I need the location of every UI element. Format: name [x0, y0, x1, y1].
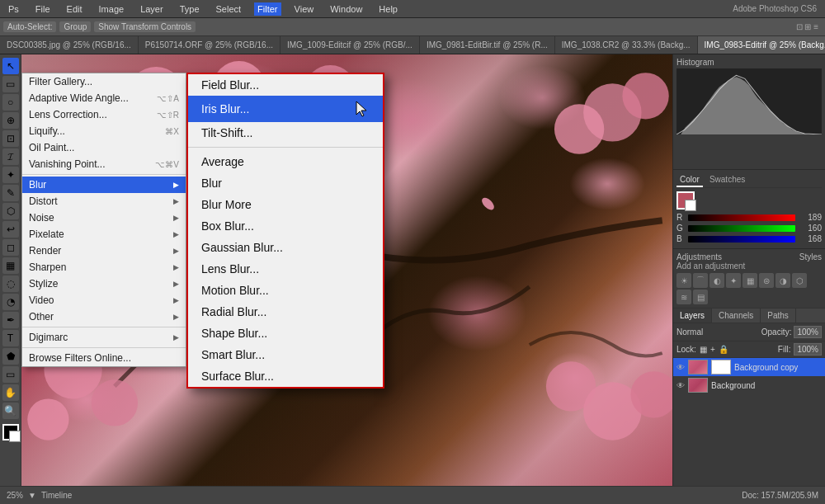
hsl-adj-icon[interactable]: ▦ [742, 273, 757, 288]
menu-type[interactable]: Type [177, 2, 203, 16]
pen-tool[interactable]: ✒ [2, 312, 19, 328]
curves-adj-icon[interactable]: ⌒ [693, 273, 708, 288]
blur-more-item[interactable]: Blur More [188, 194, 383, 215]
iris-blur-item[interactable]: Iris Blur... [188, 96, 383, 122]
sharpen-item[interactable]: Sharpen [22, 259, 186, 276]
menu-view[interactable]: View [291, 2, 318, 16]
oil-paint-item[interactable]: Oil Paint... [22, 139, 186, 156]
lens-blur-item[interactable]: Lens Blur... [188, 258, 383, 280]
blur-tool[interactable]: ◌ [2, 276, 19, 292]
layer-0-eye-icon[interactable]: 👁 [676, 363, 685, 372]
radial-blur-item[interactable]: Radial Blur... [188, 301, 383, 323]
blur-item[interactable]: Blur [188, 172, 383, 194]
shape-tool[interactable]: ▭ [2, 366, 19, 383]
eyedropper-tool[interactable]: 𝓘 [2, 148, 19, 165]
lock-all-icon[interactable]: 🔒 [719, 345, 728, 354]
surface-blur-item[interactable]: Surface Blur... [188, 365, 383, 387]
tab-3[interactable]: IMG_0981-EditBir.tif @ 25% (R... [420, 36, 555, 54]
stamp-tool[interactable]: ⬡ [2, 203, 19, 219]
channelmixer-adj-icon[interactable]: ≋ [676, 290, 691, 304]
shape-blur-item[interactable]: Shape Blur... [188, 323, 383, 344]
menu-ps[interactable]: Ps [5, 2, 22, 16]
brightness-adj-icon[interactable]: ☀ [676, 273, 691, 288]
layers-tab-layers[interactable]: Layers [673, 309, 712, 323]
show-transform-controls[interactable]: Show Transform Controls [94, 21, 196, 32]
text-tool[interactable]: T [2, 330, 19, 346]
layers-tab-channels[interactable]: Channels [712, 309, 761, 323]
layer-item-1[interactable]: 👁 Background [673, 376, 825, 394]
blackwhite-adj-icon[interactable]: ◑ [776, 273, 790, 288]
zoom-tool[interactable]: 🔍 [2, 403, 19, 419]
eraser-tool[interactable]: ◻ [2, 239, 19, 256]
tab-0[interactable]: DSC00385.jpg @ 25% (RGB/16... [0, 36, 139, 54]
brush-tool[interactable]: ✎ [2, 185, 19, 201]
filter-submenu[interactable]: Filter Gallery... Adaptive Wide Angle...… [21, 73, 186, 367]
menu-file[interactable]: File [32, 2, 54, 16]
opacity-value[interactable]: 100% [794, 326, 822, 338]
lock-position-icon[interactable]: + [710, 345, 715, 354]
gradient-tool[interactable]: ▦ [2, 257, 19, 274]
layer-item-0[interactable]: 👁 Background copy [673, 358, 825, 376]
other-item[interactable]: Other [22, 309, 186, 325]
liquify-item[interactable]: Liquify... ⌘X [22, 123, 186, 139]
fill-value[interactable]: 100% [794, 343, 822, 356]
colorbalance-adj-icon[interactable]: ⊜ [759, 273, 774, 288]
tilt-shift-item[interactable]: Tilt-Shift... [188, 122, 383, 144]
average-item[interactable]: Average [188, 151, 383, 172]
quick-select-tool[interactable]: ⊕ [2, 112, 19, 129]
blur-submenu[interactable]: Field Blur... Iris Blur... Tilt-Shift...… [186, 73, 384, 389]
photofilter-adj-icon[interactable]: ⬡ [792, 273, 807, 288]
menu-help[interactable]: Help [375, 2, 401, 16]
menu-image[interactable]: Image [96, 2, 128, 16]
lens-correction-item[interactable]: Lens Correction... ⌥⇧R [22, 106, 186, 123]
green-slider[interactable] [688, 225, 795, 232]
field-blur-item[interactable]: Field Blur... [188, 74, 383, 96]
tab-5[interactable]: IMG_0983-Editrif @ 25% (Backg... [698, 36, 825, 54]
distort-item[interactable]: Distort [22, 193, 186, 210]
lasso-tool[interactable]: ○ [2, 94, 19, 111]
tab-2[interactable]: IMG_1009-Editcif @ 25% (RGB/... [280, 36, 420, 54]
menu-layer[interactable]: Layer [137, 2, 167, 16]
smart-blur-item[interactable]: Smart Blur... [188, 344, 383, 365]
tab-1[interactable]: P6150714.ORF @ 25% (RGB/16... [139, 36, 280, 54]
digimarc-item[interactable]: Digimarc [22, 329, 186, 346]
render-item[interactable]: Render [22, 243, 186, 259]
layers-tab-paths[interactable]: Paths [761, 309, 796, 323]
swatches-tab[interactable]: Swatches [706, 173, 748, 187]
blur-submenu-trigger[interactable]: Blur [22, 177, 186, 193]
menu-select[interactable]: Select [213, 2, 245, 16]
lock-pixels-icon[interactable]: ▦ [700, 345, 707, 354]
vibrance-adj-icon[interactable]: ✦ [726, 273, 741, 288]
gaussian-blur-item[interactable]: Gaussian Blur... [188, 237, 383, 258]
color-tab[interactable]: Color [676, 173, 703, 187]
exposure-adj-icon[interactable]: ◐ [710, 273, 724, 288]
motion-blur-item[interactable]: Motion Blur... [188, 280, 383, 301]
hand-tool[interactable]: ✋ [2, 384, 19, 401]
blue-slider[interactable] [688, 236, 795, 243]
adaptive-wide-angle-item[interactable]: Adaptive Wide Angle... ⌥⇧A [22, 90, 186, 106]
foreground-color-swatch[interactable] [676, 191, 695, 210]
menu-edit[interactable]: Edit [64, 2, 86, 16]
path-tool[interactable]: ⬟ [2, 348, 19, 365]
pixelate-item[interactable]: Pixelate [22, 226, 186, 243]
browse-filters-item[interactable]: Browse Filters Online... [22, 350, 186, 366]
auto-select-group[interactable]: Group [59, 21, 91, 32]
vanishing-point-item[interactable]: Vanishing Point... ⌥⌘V [22, 156, 186, 172]
filter-gallery-item[interactable]: Filter Gallery... [22, 73, 186, 90]
stylize-item[interactable]: Stylize [22, 276, 186, 292]
video-item[interactable]: Video [22, 292, 186, 309]
red-slider[interactable] [688, 214, 795, 221]
selection-tool[interactable]: ▭ [2, 76, 19, 92]
crop-tool[interactable]: ⊡ [2, 130, 19, 147]
history-brush-tool[interactable]: ↩ [2, 221, 19, 238]
noise-item[interactable]: Noise [22, 210, 186, 226]
menu-filter[interactable]: Filter [254, 2, 280, 16]
layer-1-eye-icon[interactable]: 👁 [676, 381, 685, 390]
colorlookup-adj-icon[interactable]: ▤ [693, 290, 708, 304]
spot-heal-tool[interactable]: ✦ [2, 167, 19, 183]
tab-4[interactable]: IMG_1038.CR2 @ 33.3% (Backg... [555, 36, 698, 54]
foreground-color[interactable] [2, 424, 19, 440]
box-blur-item[interactable]: Box Blur... [188, 215, 383, 237]
menu-window[interactable]: Window [327, 2, 365, 16]
dodge-tool[interactable]: ◔ [2, 294, 19, 310]
